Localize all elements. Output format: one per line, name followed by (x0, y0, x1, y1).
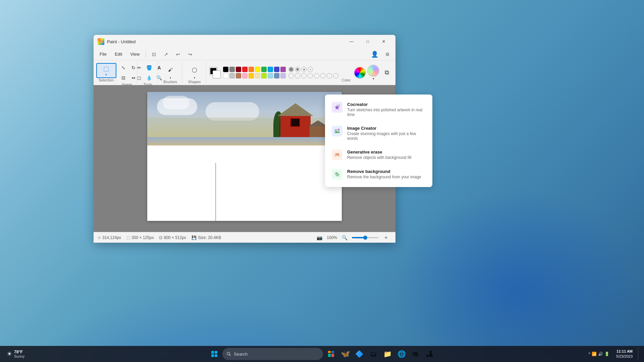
image-creator-menu-item[interactable]: Image Creator Create stunning images wit… (326, 122, 431, 145)
start-button[interactable] (208, 347, 221, 361)
brush-dropdown-arrow[interactable]: ▾ (163, 76, 178, 80)
clock-date: 5/23/2023 (616, 354, 633, 359)
size-dot-7[interactable] (320, 73, 326, 78)
menu-edit[interactable]: Edit (111, 50, 125, 58)
cocreator-menu-item[interactable]: Cocreator Turn sketches into polished ar… (326, 98, 431, 121)
share-icon[interactable]: ↗ (161, 49, 171, 60)
redo-icon[interactable]: ↪ (185, 49, 196, 60)
shed-roof (308, 120, 328, 126)
size-dot-large[interactable] (288, 67, 294, 72)
svg-rect-18 (211, 351, 214, 354)
color-row-2 (223, 73, 286, 78)
size-dot-9[interactable] (333, 73, 338, 78)
size-dot-6[interactable] (314, 73, 319, 78)
taskbar-app-edge[interactable]: 🌐 (395, 347, 408, 361)
taskbar: ☀ 78°F Sunny Search (0, 346, 644, 362)
color-swatch[interactable] (223, 73, 228, 78)
color-row-1 (223, 67, 286, 72)
taskbar-app-msn[interactable]: 🦋 (338, 347, 352, 361)
selection-label: Selection (99, 78, 114, 82)
svg-rect-27 (331, 354, 334, 357)
window-controls: — □ ✕ (344, 36, 391, 47)
color-swatch[interactable] (274, 73, 279, 78)
maximize-button[interactable]: □ (360, 36, 375, 47)
color-swatch[interactable] (280, 67, 286, 72)
color-swatch[interactable] (274, 67, 279, 72)
size-dot-2[interactable] (288, 73, 294, 78)
color-swatch[interactable] (223, 67, 228, 72)
menu-file[interactable]: File (96, 50, 110, 58)
svg-line-23 (229, 355, 231, 356)
size-dot-small[interactable] (301, 67, 307, 72)
color-swatch[interactable] (249, 73, 254, 78)
size-dot-5[interactable] (308, 73, 313, 78)
size-dot-4[interactable] (301, 73, 307, 78)
search-button[interactable]: Search (222, 348, 323, 360)
color-swatch[interactable] (268, 73, 273, 78)
minimize-button[interactable]: — (344, 36, 359, 47)
zoom-slider[interactable] (352, 237, 379, 238)
taskbar-app-copilot[interactable]: 🔷 (353, 347, 366, 361)
system-tray[interactable]: ^ 📶 🔊 🔋 (586, 350, 612, 358)
screenshot-icon[interactable]: 📷 (314, 232, 325, 243)
taskbar-app-store[interactable]: 🛍 (409, 347, 422, 361)
color-dropdown-arrow[interactable]: ▾ (367, 77, 379, 81)
crop-svg (147, 137, 342, 221)
color-swatch[interactable] (280, 73, 286, 78)
barn-roof (278, 103, 313, 116)
size-dot-3[interactable] (295, 73, 300, 78)
zoom-thumb[interactable] (363, 236, 367, 240)
menu-bar: File Edit View ⊡ ↗ ↩ ↪ 👤 ⚙ (94, 48, 395, 60)
shapes-dropdown-arrow[interactable]: ▾ (187, 76, 202, 80)
layers-icon[interactable]: ⧉ (381, 68, 393, 77)
color-swatch[interactable] (229, 73, 235, 78)
zoom-level-text: 100% (327, 235, 337, 240)
color-swatch[interactable] (261, 67, 267, 72)
settings-icon[interactable]: ⚙ (382, 49, 393, 60)
remove-bg-desc: Remove the background from your image (347, 175, 421, 179)
taskbar-app-gallery[interactable] (324, 347, 338, 361)
weather-widget[interactable]: ☀ 78°F Sunny (4, 348, 27, 360)
clock[interactable]: 11:11 AM 5/23/2023 (613, 348, 635, 361)
color-swatch[interactable] (261, 73, 267, 78)
zoom-in-icon[interactable]: + (381, 232, 391, 243)
selection-button[interactable]: ⬚ ▾ (96, 63, 116, 78)
size-dot-8[interactable] (327, 73, 332, 78)
color-swatch[interactable] (242, 73, 248, 78)
taskbar-app-photos[interactable]: 🏞 (423, 347, 436, 361)
taskbar-app-folder[interactable]: 📁 (381, 347, 394, 361)
taskbar-app-explorer[interactable]: 🗂 (367, 347, 380, 361)
background-color[interactable] (213, 71, 220, 78)
generative-erase-menu-item[interactable]: Generative erase Remove objects with bac… (326, 145, 431, 164)
color-swatch[interactable] (242, 67, 248, 72)
brush-icon[interactable]: 🖌 (163, 64, 178, 75)
color-swatch[interactable] (268, 67, 273, 72)
color-adjust-icon[interactable] (367, 65, 379, 77)
color-swatch[interactable] (255, 73, 260, 78)
brushes-label: Brushes (163, 80, 177, 84)
account-icon[interactable]: 👤 (369, 49, 380, 60)
quick-access-icon[interactable]: ⊡ (149, 49, 159, 60)
image-creator-text: Image Creator Create stunning images wit… (347, 126, 426, 141)
remove-bg-icon (332, 169, 342, 180)
menu-view[interactable]: View (127, 50, 143, 58)
color-swatch[interactable] (229, 67, 235, 72)
close-button[interactable]: ✕ (376, 36, 391, 47)
color-spectrum-icon[interactable] (354, 67, 366, 79)
color-swatch[interactable] (249, 67, 254, 72)
zoom-out-icon[interactable]: 🔍 (339, 232, 350, 243)
color-swatch[interactable] (236, 67, 241, 72)
undo-icon[interactable]: ↩ (173, 49, 183, 60)
show-desktop-button[interactable] (638, 347, 640, 361)
canvas-size-text: 800 × 512px (164, 235, 186, 240)
color-swatch[interactable] (236, 73, 241, 78)
svg-rect-19 (215, 351, 217, 354)
size-dot-xsmall[interactable] (308, 67, 313, 72)
zoom-control: 📷 100% 🔍 + (314, 232, 391, 243)
color-swatch[interactable] (255, 67, 260, 72)
brushes-group: 🖌 ▾ Brushes (159, 62, 182, 83)
size-dot-medium[interactable] (295, 67, 300, 72)
selection-group: ⬚ ▾ Selection (96, 62, 116, 83)
remove-bg-menu-item[interactable]: Remove background Remove the background … (326, 165, 431, 184)
shapes-icon[interactable]: ◯ (187, 64, 202, 75)
